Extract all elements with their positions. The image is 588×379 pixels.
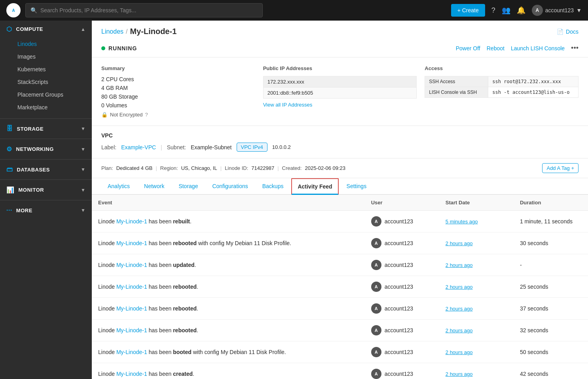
event-cell-5: Linode My-Linode-1 has been rebooted. xyxy=(92,320,365,341)
tab-backups[interactable]: Backups xyxy=(256,178,290,195)
event-text-suffix: has been xyxy=(147,349,173,355)
notifications-icon[interactable]: 🔔 xyxy=(517,6,525,15)
date-cell-3: 2 hours ago xyxy=(439,276,514,298)
search-bar[interactable]: 🔍 xyxy=(25,3,263,17)
tab-activity-feed[interactable]: Activity Feed xyxy=(291,178,338,195)
event-text-suffix: has been xyxy=(147,218,173,225)
event-link[interactable]: My-Linode-1 xyxy=(116,284,147,290)
breadcrumb-parent-link[interactable]: Linodes xyxy=(101,28,123,35)
info-section: Summary 2 CPU Cores 4 GB RAM 80 GB Stora… xyxy=(92,57,588,126)
date-cell-7: 2 hours ago xyxy=(439,363,514,379)
start-date-link[interactable]: 2 hours ago xyxy=(446,371,473,377)
help-icon[interactable]: ? xyxy=(491,6,495,15)
event-link[interactable]: My-Linode-1 xyxy=(116,305,147,312)
sidebar-header-storage[interactable]: 🗄 STORAGE ▼ xyxy=(0,120,92,137)
sidebar-item-placement-groups[interactable]: Placement Groups xyxy=(0,88,92,101)
event-end: with config My Debian 11 Disk Profile. xyxy=(192,349,286,355)
event-end: . xyxy=(197,327,198,333)
tab-settings[interactable]: Settings xyxy=(340,178,373,195)
event-cell-1: Linode My-Linode-1 has been rebooted wit… xyxy=(92,232,365,254)
sidebar-header-networking[interactable]: ⚙ NETWORKING ▼ xyxy=(0,141,92,158)
created-label: Created: xyxy=(282,165,302,171)
sidebar-header-compute[interactable]: ⬡ COMPUTE ▲ xyxy=(0,21,92,38)
tab-analytics[interactable]: Analytics xyxy=(101,178,136,195)
access-table: SSH Access ssh root@172.232.xxx.xxx LISH… xyxy=(425,76,579,98)
sidebar-item-images[interactable]: Images xyxy=(0,50,92,63)
ssh-value: ssh root@172.232.xxx.xxx xyxy=(488,76,579,87)
sidebar-item-stackscripts[interactable]: StackScripts xyxy=(0,76,92,88)
user-name: account123 xyxy=(385,218,413,225)
add-tag-button[interactable]: Add A Tag + xyxy=(542,163,579,173)
ip-row-1: 172.232.xxx.xxx xyxy=(263,76,417,88)
user-avatar: A xyxy=(371,303,381,314)
summary-block: Summary 2 CPU Cores 4 GB RAM 80 GB Stora… xyxy=(101,65,255,118)
storage-chevron-icon: ▼ xyxy=(81,126,85,131)
compute-icon: ⬡ xyxy=(6,25,12,33)
databases-chevron-icon: ▼ xyxy=(81,167,85,172)
start-date-link[interactable]: 2 hours ago xyxy=(446,306,473,312)
event-action: rebuilt xyxy=(173,218,190,225)
event-action: rebooted xyxy=(173,305,197,312)
sidebar-header-monitor[interactable]: 📊 MONITOR ▼ xyxy=(0,181,92,198)
status-text: RUNNING xyxy=(108,45,137,51)
divider-3 xyxy=(0,159,92,160)
tab-storage[interactable]: Storage xyxy=(172,178,204,195)
user-name: account123 xyxy=(385,240,413,246)
date-cell-1: 2 hours ago xyxy=(439,232,514,254)
event-link[interactable]: My-Linode-1 xyxy=(116,349,147,355)
sidebar-header-databases[interactable]: 🗃 DATABASES ▼ xyxy=(0,161,92,178)
logo[interactable]: A xyxy=(6,3,21,17)
user-avatar: A xyxy=(371,260,381,270)
event-end: . xyxy=(190,218,192,225)
vpc-label-value-link[interactable]: Example-VPC xyxy=(121,144,156,150)
reboot-button[interactable]: Reboot xyxy=(487,45,505,51)
docs-button[interactable]: 📄 Docs xyxy=(557,29,579,35)
tab-configurations[interactable]: Configurations xyxy=(206,178,254,195)
user-cell-6: Aaccount123 xyxy=(365,341,439,363)
duration-cell-5: 32 seconds xyxy=(514,320,588,341)
search-input[interactable] xyxy=(40,7,258,13)
start-date-link[interactable]: 2 hours ago xyxy=(446,262,473,268)
user-avatar: A xyxy=(371,347,381,357)
sidebar-item-linodes[interactable]: Linodes xyxy=(0,38,92,50)
start-date-link[interactable]: 2 hours ago xyxy=(446,349,473,355)
sidebar-section-compute: ⬡ COMPUTE ▲ Linodes Images Kubernetes St… xyxy=(0,21,92,117)
event-cell-3: Linode My-Linode-1 has been rebooted. xyxy=(92,276,365,298)
compute-chevron-icon: ▲ xyxy=(81,27,85,32)
sidebar-header-more[interactable]: ··· MORE ▼ xyxy=(0,202,92,219)
encryption-label: Not Encrypted xyxy=(110,112,142,118)
event-link[interactable]: My-Linode-1 xyxy=(116,327,147,333)
vpc-label-text: Label: xyxy=(101,144,116,150)
more-actions-icon[interactable]: ••• xyxy=(571,44,579,52)
status-dot xyxy=(101,46,105,50)
more-icon: ··· xyxy=(6,207,12,214)
event-link[interactable]: My-Linode-1 xyxy=(116,218,147,225)
ip-row-2: 2001:db8::fef9:b505 xyxy=(263,88,417,99)
start-date-link[interactable]: 2 hours ago xyxy=(446,284,473,290)
sidebar-section-more-label: MORE xyxy=(16,208,32,213)
duration-cell-1: 30 seconds xyxy=(514,232,588,254)
user-name: account123 xyxy=(385,305,413,312)
start-date-link[interactable]: 2 hours ago xyxy=(446,328,473,333)
event-action: rebooted xyxy=(173,284,197,290)
create-button[interactable]: + Create xyxy=(451,4,485,17)
help-icon-small[interactable]: ? xyxy=(145,112,148,118)
tab-network[interactable]: Network xyxy=(138,178,171,195)
view-all-ips-link[interactable]: View all IP Addresses xyxy=(263,102,313,108)
event-link[interactable]: My-Linode-1 xyxy=(116,240,147,246)
content-area: Linodes / My-Linode-1 📄 Docs RUNNING Pow… xyxy=(92,21,588,379)
community-icon[interactable]: 👥 xyxy=(502,6,510,15)
launch-lish-button[interactable]: Launch LISH Console xyxy=(511,45,565,51)
lock-icon: 🔒 xyxy=(101,112,108,118)
table-row: Linode My-Linode-1 has been updated.Aacc… xyxy=(92,254,588,276)
sidebar-item-kubernetes[interactable]: Kubernetes xyxy=(0,63,92,76)
start-date-link[interactable]: 2 hours ago xyxy=(446,240,473,246)
start-date-link[interactable]: 5 minutes ago xyxy=(446,219,478,225)
power-off-button[interactable]: Power Off xyxy=(456,45,480,51)
event-cell-7: Linode My-Linode-1 has been created. xyxy=(92,363,365,379)
sidebar-item-marketplace[interactable]: Marketplace xyxy=(0,101,92,114)
event-link[interactable]: My-Linode-1 xyxy=(116,262,147,268)
access-row-lish: LISH Console via SSH ssh -t account123@l… xyxy=(425,87,579,98)
event-link[interactable]: My-Linode-1 xyxy=(116,371,147,377)
account-menu[interactable]: A account123 ▼ xyxy=(532,5,582,16)
